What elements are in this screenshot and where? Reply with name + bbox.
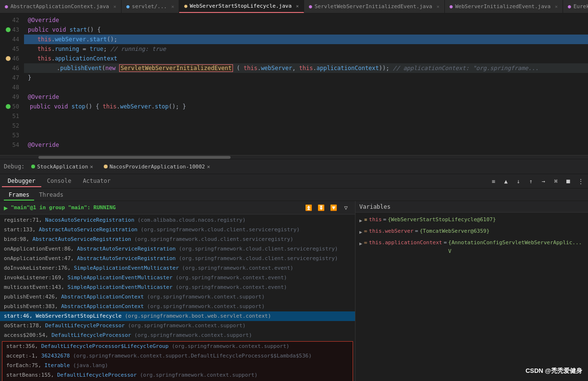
debug-toolbar: ≡ ▲ ↓ ↑ → ⌘ ⏹ ⋮ bbox=[488, 176, 586, 187]
subtab-threads[interactable]: Threads bbox=[34, 190, 68, 201]
var-this[interactable]: ▶ ≡ this = {WebServerStartStopLifecycle@… bbox=[355, 214, 588, 226]
tab-label-abstract: AbstractApplicationContext.java bbox=[11, 3, 109, 10]
tab-label-webserver: WebServerInitializedEvent.java bbox=[455, 3, 551, 10]
tab-label-lifecycle: WebServerStartStopLifecycle.java bbox=[190, 3, 292, 9]
frame-item-active[interactable]: start:46, WebServerStartStopLifecycle (o… bbox=[0, 311, 355, 321]
tab-webserverinitializedevent[interactable]: ● WebServerInitializedEvent.java ✕ bbox=[445, 0, 563, 13]
code-line-53 bbox=[24, 131, 588, 140]
code-line-52 bbox=[24, 121, 588, 131]
subtab-frames[interactable]: Frames bbox=[4, 190, 34, 201]
expand-this[interactable]: ▶ bbox=[359, 216, 362, 225]
frame-item[interactable]: publishEvent:426, AbstractApplicationCon… bbox=[0, 292, 355, 302]
debug-bar: Debug: StockApplication ✕ NacosProviderA… bbox=[0, 159, 588, 174]
frame-item[interactable]: bind:98, AbstractAutoServiceRegistration… bbox=[0, 235, 355, 244]
stop-icon[interactable]: 🔽 bbox=[328, 202, 339, 213]
linenum-42: 42 bbox=[12, 15, 19, 25]
indicator-46 bbox=[6, 56, 11, 61]
var-name-webserver: this.webServer bbox=[369, 227, 414, 236]
filter-icon[interactable]: ▽ bbox=[341, 202, 351, 213]
debug-session-stock-label: StockApplication bbox=[37, 164, 88, 170]
frame-item[interactable]: invokeListener:169, SimpleApplicationEve… bbox=[0, 273, 355, 283]
frame-item[interactable]: doStart:178, DefaultLifecycleProcessor (… bbox=[0, 321, 355, 331]
toolbar-step-over[interactable]: ▲ bbox=[501, 176, 511, 187]
tab-close-abstract[interactable]: ✕ bbox=[113, 4, 116, 9]
tab-console[interactable]: Console bbox=[41, 176, 77, 187]
linenum-43: 43 bbox=[12, 25, 19, 35]
frame-item[interactable]: register:71, NacosAutoServiceRegistratio… bbox=[0, 215, 355, 225]
code-line-49: @Override bbox=[24, 92, 588, 102]
frame-item-red[interactable]: startBeans:155, DefaultLifecycleProcesso… bbox=[2, 370, 353, 380]
frame-item[interactable]: access$200:54, DefaultLifecycleProcessor… bbox=[0, 331, 355, 340]
tab-close-servletwebserver[interactable]: ✕ bbox=[437, 4, 440, 9]
linenum-51: 51 bbox=[12, 111, 19, 121]
code-line-45: this.running = true; // running: true bbox=[24, 44, 588, 54]
frames-container: ▶ "main"@1 in group "main": RUNNING ⏫ ⏬ … bbox=[0, 201, 355, 381]
tab-icon-webserver: ● bbox=[450, 3, 453, 10]
tab-close-webserver[interactable]: ✕ bbox=[555, 4, 558, 9]
debug-dot-nacos bbox=[104, 165, 108, 168]
tab-icon-lifecycle: ● bbox=[184, 3, 187, 9]
code-line-50: public void stop() { this.webServer.stop… bbox=[24, 102, 588, 111]
frame-item[interactable]: onApplicationEvent:47, AbstractAutoServi… bbox=[0, 254, 355, 263]
toolbar-step-into[interactable]: ↓ bbox=[513, 176, 524, 187]
linenum-45: 45 bbox=[12, 44, 19, 54]
frame-item[interactable]: onApplicationEvent:86, AbstractAutoServi… bbox=[0, 244, 355, 254]
code-line-46: this.applicationContext bbox=[24, 54, 588, 63]
toolbar-step-out[interactable]: ↑ bbox=[526, 176, 536, 187]
frame-item[interactable]: multicastEvent:143, SimpleApplicationEve… bbox=[0, 283, 355, 292]
debug-close-stock[interactable]: ✕ bbox=[90, 164, 93, 170]
tab-close-lifecycle[interactable]: ✕ bbox=[296, 3, 299, 9]
toolbar-breakpoints[interactable]: ⏹ bbox=[563, 176, 574, 187]
frame-item[interactable]: doInvokeListener:176, SimpleApplicationE… bbox=[0, 263, 355, 273]
pause-icon[interactable]: ⏬ bbox=[316, 202, 326, 213]
expand-webserver[interactable]: ▶ bbox=[359, 228, 362, 237]
tab-abstractapplicationcontext[interactable]: ● AbstractApplicationContext.java ✕ bbox=[0, 0, 122, 13]
toolbar-more[interactable]: ⋮ bbox=[576, 176, 586, 187]
tab-servlet[interactable]: ● servlet/... ✕ bbox=[122, 0, 180, 13]
tab-actuator[interactable]: Actuator bbox=[77, 176, 116, 187]
tab-label-servlet: servlet/... bbox=[132, 3, 167, 10]
var-value-webserver: {TomcatWebServer@6359} bbox=[419, 227, 490, 236]
code-line-44: this.webServer.start(); bbox=[24, 35, 588, 44]
var-webserver[interactable]: ▶ ∞ this.webServer = {TomcatWebServer@63… bbox=[355, 226, 588, 238]
frame-item-red[interactable]: accept:-1, 362432678 (org.springframewor… bbox=[2, 351, 353, 361]
csdn-watermark: CSDN @禿秃爱健身 bbox=[526, 367, 582, 375]
linenum-49: 49 bbox=[12, 92, 19, 102]
running-status-text: "main"@1 in group "main": RUNNING bbox=[11, 204, 116, 211]
frame-item[interactable]: start:133, AbstractAutoServiceRegistrati… bbox=[0, 225, 355, 235]
code-line-51 bbox=[24, 111, 588, 121]
code-line-47: } bbox=[24, 73, 588, 83]
frame-item-red[interactable]: forEach:75, Iterable (java.lang) bbox=[2, 361, 353, 370]
tab-servletwebserver[interactable]: ● ServletWebServerInitializedEvent.java … bbox=[304, 0, 445, 13]
tab-webserverstoplifecycle[interactable]: ● WebServerStartStopLifecycle.java ✕ bbox=[179, 0, 304, 13]
tab-debugger[interactable]: Debugger bbox=[2, 176, 41, 187]
active-frame-row: start:46, WebServerStartStopLifecycle (o… bbox=[0, 311, 355, 321]
debug-session-stock[interactable]: StockApplication ✕ bbox=[27, 163, 97, 171]
horizontal-scrollbar[interactable] bbox=[0, 155, 588, 159]
tab-icon-servlet: ● bbox=[126, 3, 130, 10]
expand-appcontext[interactable]: ▶ bbox=[359, 239, 362, 248]
tab-close-servlet[interactable]: ✕ bbox=[171, 4, 174, 9]
toolbar-run-cursor[interactable]: → bbox=[538, 176, 549, 187]
var-appcontext[interactable]: ▶ ∞ this.applicationContext = {Annotatio… bbox=[355, 238, 588, 257]
resume-icon[interactable]: ⏫ bbox=[303, 202, 314, 213]
toolbar-settings-icon[interactable]: ≡ bbox=[488, 176, 499, 187]
debug-session-nacos[interactable]: NacosProviderApplication-10002 ✕ bbox=[100, 163, 214, 171]
variables-container: Variables ▶ ≡ this = {WebServerStartStop… bbox=[355, 201, 588, 381]
code-editor: 42 43 44 45 46 46 47 48 49 50 51 52 53 5… bbox=[0, 13, 588, 155]
var-eq-this: = bbox=[383, 215, 387, 224]
toolbar-evaluate[interactable]: ⌘ bbox=[551, 176, 561, 187]
debug-tabs: Debugger Console Actuator ≡ ▲ ↓ ↑ → ⌘ ⏹ … bbox=[0, 174, 588, 189]
frame-item-red[interactable]: start:356, DefaultLifecycleProcessor$Lif… bbox=[2, 342, 353, 351]
running-header: ▶ "main"@1 in group "main": RUNNING ⏫ ⏬ … bbox=[0, 201, 355, 214]
running-play-icon: ▶ bbox=[4, 204, 8, 212]
var-icon-appcontext: ∞ bbox=[364, 238, 367, 247]
debug-close-nacos[interactable]: ✕ bbox=[207, 164, 210, 170]
tab-eureka[interactable]: ● EurekaAutoServiceRegistration.java ✕ bbox=[563, 0, 588, 13]
linenum-44: 44 bbox=[12, 35, 19, 44]
tab-icon-eureka: ● bbox=[568, 3, 571, 10]
frame-item[interactable]: publishEvent:383, AbstractApplicationCon… bbox=[0, 302, 355, 311]
code-line-48 bbox=[24, 83, 588, 92]
var-value-appcontext: {AnnotationConfigServletWebServerApplic.… bbox=[448, 238, 584, 256]
indicator-43 bbox=[6, 27, 11, 32]
